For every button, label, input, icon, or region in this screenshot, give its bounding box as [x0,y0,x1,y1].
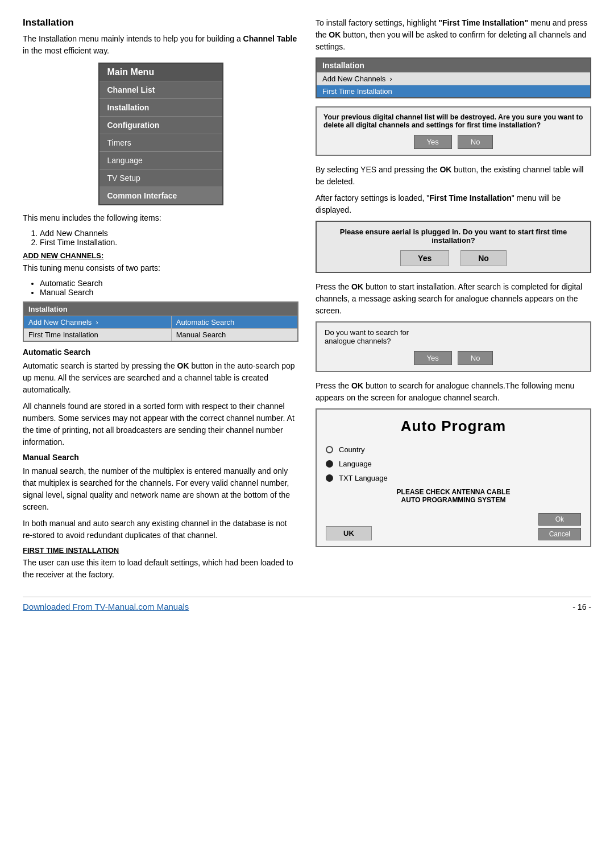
ap-txt-language-label: TXT Language [339,474,388,482]
right-column: To install factory settings, highlight "… [316,17,591,585]
left-column: Installation The Installation menu mainl… [23,17,298,585]
page-number: - 16 - [572,602,591,611]
ap-ok-button[interactable]: Ok [538,513,581,526]
after-analogue-para1: Press the OK button to search for analog… [316,380,591,404]
ap-ok-cancel-buttons: Ok Cancel [538,513,581,540]
menu-item-common-interface[interactable]: Common Interface [99,187,222,204]
analogue-no-button[interactable]: No [458,351,493,365]
auto-program-box: Auto Program Country Language TXT Langua… [316,408,591,547]
aerial-no-button[interactable]: No [460,250,507,266]
manual-search-para1: In manual search, the number of the mult… [23,465,298,513]
bullet-manual-search: Manual Search [40,288,298,297]
analogue-yes-button[interactable]: Yes [414,351,452,365]
install-table-row1-col1[interactable]: Add New Channels › [23,316,171,329]
first-time-para1: The user can use this item to load defau… [23,557,298,581]
main-menu-header: Main Menu [99,64,222,81]
numbered-items-list: Add New Channels First Time Installation… [40,229,298,247]
footer-link[interactable]: Downloaded From TV-Manual.com Manuals [23,602,189,611]
country-dot-ring-icon [326,446,333,453]
install-table-row2-col1[interactable]: First Time Installation [23,329,171,342]
right-install-row2-first-time[interactable]: First Time Installation [317,85,590,97]
aerial-dialog-buttons: Yes No [325,250,582,266]
auto-search-para2: All channels found are stored in a sorte… [23,400,298,448]
menu-item-configuration[interactable]: Configuration [99,116,222,134]
after-dialog1-para2: After factory settings is loaded, "First… [316,192,591,216]
confirm-yes-button[interactable]: Yes [414,135,452,149]
numbered-item-1: Add New Channels [40,229,298,238]
bullet-automatic-search: Automatic Search [40,279,298,288]
auto-search-para1: Automatic search is started by pressing … [23,360,298,396]
first-time-install-heading: FIRST TIME INSTALLATION [23,546,298,555]
install-table-header: Installation [23,302,298,316]
automatic-search-title: Automatic Search [23,348,298,357]
ap-language-row: Language [326,460,581,468]
analogue-dialog: Do you want to search for analogue chann… [316,321,591,372]
confirm-no-button[interactable]: No [458,135,493,149]
analogue-dialog-buttons: Yes No [325,351,582,365]
ap-bottom-row: UK Ok Cancel [326,513,581,540]
add-new-channels-heading: ADD NEW CHANNELS: [23,251,298,260]
menu-includes-text: This menu includes the following items: [23,212,298,224]
confirm-delete-dialog: Your previous digital channel list will … [316,106,591,156]
manual-search-title: Manual Search [23,453,298,462]
page-footer: Downloaded From TV-Manual.com Manuals - … [23,597,591,611]
menu-item-channel-list[interactable]: Channel List [99,81,222,98]
confirm-delete-text: Your previous digital channel list will … [323,113,583,129]
language-dot-icon [326,460,333,468]
install-submenu-table: Installation Add New Channels › Automati… [23,301,298,342]
ap-cancel-button[interactable]: Cancel [538,528,581,540]
install-table-row1-col2[interactable]: Automatic Search [171,316,298,329]
menu-item-timers[interactable]: Timers [99,134,222,151]
aerial-yes-button[interactable]: Yes [400,250,449,266]
manual-search-para2: In both manual and auto search any exist… [23,518,298,542]
ap-country-button[interactable]: UK [326,526,372,540]
intro-para: The Installation menu mainly intends to … [23,33,298,57]
ap-language-label: Language [339,460,372,468]
ap-txt-language-row: TXT Language [326,474,581,482]
menu-item-tv-setup[interactable]: TV Setup [99,169,222,187]
txt-language-dot-icon [326,474,333,482]
aerial-dialog-text: Please ensure aerial is plugged in. Do y… [325,228,582,245]
analogue-dialog-text: Do you want to search for analogue chann… [325,328,582,345]
ap-notice: PLEASE CHECK ANTENNA CABLE AUTO PROGRAMM… [326,488,581,504]
add-new-text: This tuning menu consists of two parts: [23,262,298,274]
ap-country-label: Country [339,445,365,454]
confirm-delete-buttons: Yes No [323,135,583,149]
right-intro-para: To install factory settings, highlight "… [316,17,591,53]
right-install-menu: Installation Add New Channels › First Ti… [316,57,591,98]
right-install-menu-header: Installation [317,59,590,72]
menu-item-installation[interactable]: Installation [99,98,222,116]
numbered-item-2: First Time Installation. [40,238,298,247]
menu-item-language[interactable]: Language [99,151,222,169]
right-install-row1[interactable]: Add New Channels › [317,72,590,85]
auto-program-title: Auto Program [326,418,581,435]
add-new-bullets: Automatic Search Manual Search [40,279,298,297]
install-table-row2-col2[interactable]: Manual Search [171,329,298,342]
main-menu-ui: Main Menu Channel List Installation Conf… [98,63,223,205]
ap-country-row: Country [326,445,581,454]
section-title-installation: Installation [23,17,298,28]
aerial-dialog: Please ensure aerial is plugged in. Do y… [316,221,591,273]
after-dialog1-para1: By selecting YES and pressing the OK but… [316,164,591,188]
after-aerial-para1: Press the OK button to start installatio… [316,281,591,317]
